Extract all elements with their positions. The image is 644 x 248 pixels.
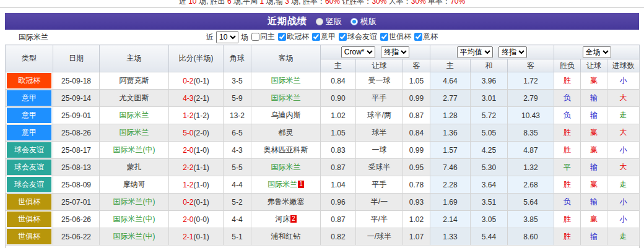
date-cell: 25-08-17: [53, 142, 100, 159]
home-team-name[interactable]: 国际米兰(中): [113, 215, 155, 223]
col-header-type: 类型: [6, 45, 53, 72]
asia-home-odds: 1.04: [321, 176, 356, 194]
away-team-name[interactable]: 国际米兰: [268, 180, 297, 189]
asia-away-odds: 1.05: [403, 72, 430, 90]
checkbox-input[interactable]: [278, 33, 286, 41]
corner-cell: 4-4: [224, 176, 251, 194]
filter-checkbox-3[interactable]: 球会友谊: [339, 32, 377, 42]
asia-handicap: 一/球半: [356, 228, 403, 246]
result-wdl: 负: [554, 90, 581, 107]
europe-odds-time-select[interactable]: 终指: [498, 46, 527, 58]
away-team-name[interactable]: 河床: [275, 215, 290, 223]
europe-draw-odds: 5.44: [471, 228, 508, 246]
filter-checkbox-4[interactable]: 世俱杯: [380, 32, 411, 42]
text-segment: 10: [188, 0, 196, 6]
asia-away-odds: 0.99: [403, 142, 430, 159]
asia-home-odds: 0.96: [321, 194, 356, 211]
checkbox-label: 同主: [260, 32, 275, 42]
filter-checkbox-2[interactable]: 意甲: [312, 32, 336, 42]
europe-away-odds: 2.68: [508, 176, 554, 194]
score-cell: 1-2(1-0): [169, 176, 224, 194]
home-team-name[interactable]: 国际米兰: [120, 111, 149, 119]
asia-home-odds: 0.87: [321, 159, 356, 176]
home-team-name[interactable]: 蒙扎: [127, 163, 142, 171]
view-option-vertical[interactable]: 竖版: [316, 16, 342, 27]
away-team-name[interactable]: 都灵: [279, 128, 294, 137]
checkbox-input[interactable]: [414, 33, 422, 41]
europe-odds-header: 平均值 终指: [430, 45, 554, 59]
asia-home-odds: 0.90: [321, 90, 356, 107]
result-wdl: 胜: [554, 72, 581, 90]
away-team-name[interactable]: 国际米兰: [271, 93, 301, 102]
date-cell: 25-08-13: [53, 159, 100, 176]
filter-checkbox-1[interactable]: 欧冠杯: [278, 32, 309, 42]
text-segment: 让胜率：: [340, 0, 372, 6]
date-cell: 25-09-01: [53, 107, 100, 124]
europe-draw-odds: 3.01: [471, 90, 508, 107]
home-team-name[interactable]: 国际米兰(中): [113, 145, 155, 154]
asia-home-odds: 0.82: [321, 228, 356, 246]
near-label: 近: [206, 32, 214, 43]
asia-handicap: 平手: [356, 176, 403, 194]
away-team-cell: 浦和红钻: [251, 228, 321, 246]
asia-odds-time-select[interactable]: 终指: [381, 46, 409, 58]
text-segment: 大率：: [386, 0, 411, 6]
sub-header-wdl: 胜负: [554, 59, 581, 72]
filter-checkbox-0[interactable]: 同主: [251, 32, 275, 42]
away-team-name[interactable]: 国际米兰: [271, 76, 301, 85]
home-team-cell: 国际米兰(中): [100, 228, 169, 246]
checkbox-input[interactable]: [380, 33, 388, 41]
away-team-name[interactable]: 弗鲁米嫩塞: [268, 197, 305, 206]
scope-select[interactable]: 全场: [583, 46, 611, 58]
home-team-name[interactable]: 阿贾克斯: [120, 76, 149, 85]
col-header-away: 客场: [251, 45, 321, 72]
away-team-name[interactable]: 乌迪内斯: [271, 111, 301, 119]
match-row: 意甲25-08-26国际米兰5-0(2-0)6-5都灵1.05球半0.841.3…: [6, 124, 640, 142]
away-team-name[interactable]: 国际米兰: [271, 163, 301, 171]
team-name-label: 国际米兰: [19, 32, 48, 43]
result-handicap: 赢: [581, 176, 607, 194]
competition-badge: 世俱杯: [7, 212, 51, 227]
europe-home-odds: 2.14: [430, 211, 471, 228]
home-team-name[interactable]: 国际米兰(中): [113, 232, 155, 241]
asia-away-odds: 0.95: [403, 159, 430, 176]
corner-cell: 5-9: [224, 90, 251, 107]
away-team-name[interactable]: 奥林匹亚科斯: [264, 145, 308, 154]
radio-icon[interactable]: [316, 18, 323, 25]
checkbox-label: 意杯: [423, 32, 438, 42]
competition-badge: 球会友谊: [7, 177, 51, 192]
away-team-cell: 国际米兰: [251, 159, 321, 176]
odds-company-select[interactable]: Crow*: [341, 46, 375, 58]
corner-cell: 4-4: [224, 211, 251, 228]
checkbox-input[interactable]: [251, 33, 259, 41]
europe-home-odds: 1.69: [430, 194, 471, 211]
match-row: 世俱杯25-06-22国际米兰(中)2-1(0-1)5-1浦和红钻0.82一/球…: [6, 228, 640, 246]
match-row: 世俱杯25-07-01国际米兰(中)0-2(0-1)5-2弗鲁米嫩塞0.96半/…: [6, 194, 640, 211]
view-option-horizontal[interactable]: 横版: [350, 16, 376, 27]
date-cell: 25-09-18: [53, 72, 100, 90]
radio-icon[interactable]: [350, 18, 358, 25]
result-wdl: 负: [554, 107, 581, 124]
filter-checkbox-5[interactable]: 意杯: [414, 32, 438, 42]
text-segment: 场,输: [264, 0, 285, 6]
fulltime-score: 5-0: [183, 129, 193, 137]
europe-home-odds: 1.57: [430, 142, 471, 159]
europe-average-select[interactable]: 平均值: [457, 46, 493, 58]
home-team-name[interactable]: 国际米兰(中): [113, 197, 155, 206]
home-team-name[interactable]: 尤文图斯: [120, 93, 149, 102]
result-handicap: 输: [581, 90, 607, 107]
halftime-score: (1-0): [194, 181, 209, 189]
checkbox-label: 意甲: [321, 32, 336, 42]
checkbox-input[interactable]: [339, 33, 347, 41]
fulltime-score: 2-1: [183, 233, 193, 241]
checkbox-input[interactable]: [312, 33, 320, 41]
match-count-select[interactable]: 10: [216, 31, 238, 43]
asia-home-odds: 0.83: [321, 142, 356, 159]
home-team-name[interactable]: 摩纳哥: [123, 180, 146, 189]
home-team-name[interactable]: 国际米兰: [120, 128, 149, 137]
result-scope-header: 全场: [554, 45, 640, 59]
halftime-score: (0-1): [194, 233, 209, 241]
section-title: 近期战绩: [268, 15, 307, 27]
halftime-score: (2-0): [194, 129, 209, 137]
away-team-name[interactable]: 浦和红钻: [271, 232, 301, 241]
